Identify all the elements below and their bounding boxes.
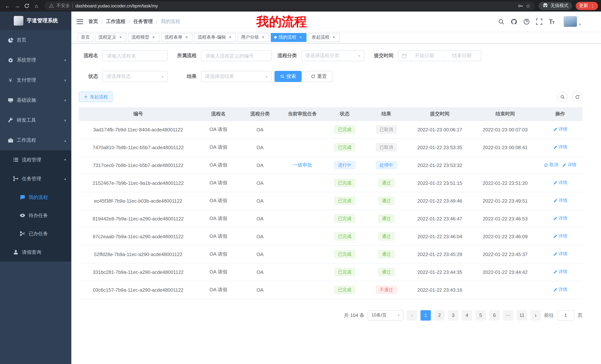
tab-0[interactable]: 首页 [78, 33, 93, 42]
cell-actions: 详情 [538, 245, 582, 263]
date-start-placeholder[interactable]: 开始日期 [409, 52, 440, 59]
sidebar-item-6[interactable]: 流程管理 ▾ [0, 150, 71, 169]
chat-icon [19, 194, 25, 200]
goto-page-input[interactable] [557, 310, 574, 320]
date-end-placeholder[interactable]: 结束日期 [446, 52, 477, 59]
search-button[interactable]: 搜索 [274, 71, 302, 82]
category-select[interactable]: 请选择流程分类 ▾ [301, 50, 364, 61]
detail-action-link[interactable]: 详情 [553, 180, 567, 186]
breadcrumb-item[interactable]: 首页 [88, 18, 98, 25]
address-bar[interactable]: 不安全 dashboard.yudao.iocoder.cn/bpm/task/… [45, 1, 535, 10]
close-icon[interactable]: × [184, 35, 189, 40]
cell-name: OA 请假 [198, 174, 239, 192]
hamburger-icon[interactable] [77, 19, 83, 24]
refresh-icon[interactable] [572, 92, 582, 102]
cell-result: 通过 [366, 228, 407, 245]
home-icon[interactable]: ⌂ [32, 1, 41, 10]
page-button-1[interactable]: 1 [421, 310, 431, 320]
page-button-11[interactable]: 11 [517, 310, 527, 320]
sidebar-item-11[interactable]: 请假查询 [0, 243, 71, 262]
font-size-icon[interactable] [549, 18, 555, 25]
detail-action-link[interactable]: 详情 [553, 144, 567, 151]
tab-2[interactable]: 流程模型 × [128, 33, 159, 42]
sidebar-item-2[interactable]: ¥ 支付管理 ▾ [0, 70, 71, 90]
page-size-select[interactable]: 10条/页 ▾ [368, 310, 403, 320]
cell-submit-time: 2022-01-22 23:46:47 [407, 210, 472, 228]
user-menu[interactable]: ▾ [563, 16, 581, 27]
sidebar-item-1[interactable]: 系统管理 ▾ [0, 50, 71, 70]
github-icon[interactable] [511, 18, 517, 25]
tab-3[interactable]: 流程表单 × [161, 33, 192, 42]
help-icon[interactable] [523, 18, 530, 25]
breadcrumb-item[interactable]: 工作流程 [106, 18, 125, 25]
tab-1[interactable]: 流程定义 × [95, 33, 126, 42]
incognito-badge: 无痕模式 [539, 2, 572, 10]
app-logo[interactable]: 芋道管理系统 [0, 11, 71, 30]
sidebar-item-9[interactable]: 待办任务 [0, 206, 71, 224]
cell-category: OA [239, 138, 281, 156]
detail-action-link[interactable]: 详情 [553, 233, 567, 239]
fullscreen-icon[interactable] [536, 18, 542, 25]
tab-7[interactable]: 发起流程 × [308, 33, 340, 42]
create-process-button[interactable]: 发起流程 [79, 92, 112, 102]
list-icon [13, 157, 19, 163]
result-select[interactable]: 请选择流结果 ▾ [201, 71, 271, 82]
detail-action-link[interactable]: 详情 [553, 287, 567, 293]
category-placeholder: 请选择流程分类 [305, 52, 339, 59]
next-page-button[interactable]: › [531, 310, 541, 320]
detail-action-link[interactable]: 详情 [553, 215, 567, 222]
task-link[interactable]: 一级审批 [293, 162, 312, 168]
close-icon[interactable]: × [118, 35, 123, 40]
tab-6[interactable]: 我的流程 × [271, 33, 306, 42]
search-icon[interactable] [498, 18, 504, 25]
tab-5[interactable]: 用户分组 × [238, 33, 269, 42]
reset-button[interactable]: 重置 [305, 71, 332, 82]
page-button-2[interactable]: 2 [434, 310, 445, 320]
prev-page-button[interactable]: ‹ [407, 310, 417, 320]
detail-action-link[interactable]: 详情 [553, 198, 567, 204]
filter-category-label: 流程分类 [274, 52, 297, 59]
back-icon[interactable]: ← [3, 1, 12, 10]
tab-label: 发起流程 [312, 34, 330, 40]
page-button-6[interactable]: 6 [489, 310, 500, 320]
sidebar-item-7[interactable]: 任务管理 ▴ [0, 169, 71, 188]
toggle-search-icon[interactable] [557, 92, 568, 102]
reload-icon[interactable] [22, 1, 31, 10]
detail-action-link[interactable]: 详情 [553, 269, 567, 275]
chevron-down-icon: ▾ [266, 74, 267, 78]
close-icon[interactable]: × [151, 35, 156, 40]
tab-4[interactable]: 流程表单-编辑 × [194, 33, 236, 42]
forward-icon[interactable]: → [13, 1, 21, 10]
process-name-input[interactable] [102, 50, 168, 61]
key-icon[interactable] [518, 3, 523, 8]
detail-action-link[interactable]: 详情 [553, 251, 567, 257]
breadcrumb-item[interactable]: 任务管理 [133, 18, 153, 25]
close-icon[interactable]: × [298, 35, 303, 40]
update-button[interactable]: 更新 ⋮ [576, 2, 598, 10]
sidebar-item-5[interactable]: 工作流程 ▴ [0, 130, 71, 150]
detail-action-link[interactable]: 详情 [553, 126, 567, 133]
page-button-4[interactable]: 4 [462, 310, 472, 320]
page-button-5[interactable]: 5 [475, 310, 486, 320]
table-row: 52ffd28e-7b9a-11ec-a290-acde48001122 OA … [79, 245, 582, 263]
avatar[interactable] [563, 16, 577, 27]
cancel-action-link[interactable]: 取消 [544, 162, 558, 168]
sidebar-item-8[interactable]: 我的流程 [0, 188, 71, 206]
page-button-···[interactable]: ··· [503, 310, 513, 320]
status-select[interactable]: 请选择状态 ▾ [102, 71, 168, 82]
sidebar-item-0[interactable]: 首页 [0, 30, 71, 50]
menu-kebab-icon[interactable]: ⋮ [590, 3, 595, 8]
sidebar-item-10[interactable]: 已办任务 [0, 224, 71, 243]
sidebar-item-4[interactable]: 研发工具 ▾ [0, 110, 71, 130]
close-icon[interactable]: × [261, 35, 266, 40]
close-icon[interactable]: × [331, 35, 336, 40]
bookmark-star-icon[interactable]: ☆ [526, 3, 531, 9]
page-button-3[interactable]: 3 [448, 310, 458, 320]
cell-submit-time: 2022-01-22 23:49:46 [407, 192, 472, 210]
close-icon[interactable]: × [228, 35, 232, 40]
result-badge: 已取消 [376, 143, 397, 151]
submit-time-range[interactable]: 开始日期 - 结束日期 [398, 50, 481, 61]
sidebar-item-3[interactable]: 基础设施 ▾ [0, 90, 71, 110]
detail-action-link[interactable]: 详情 [562, 162, 576, 168]
process-definition-input[interactable] [201, 50, 271, 61]
